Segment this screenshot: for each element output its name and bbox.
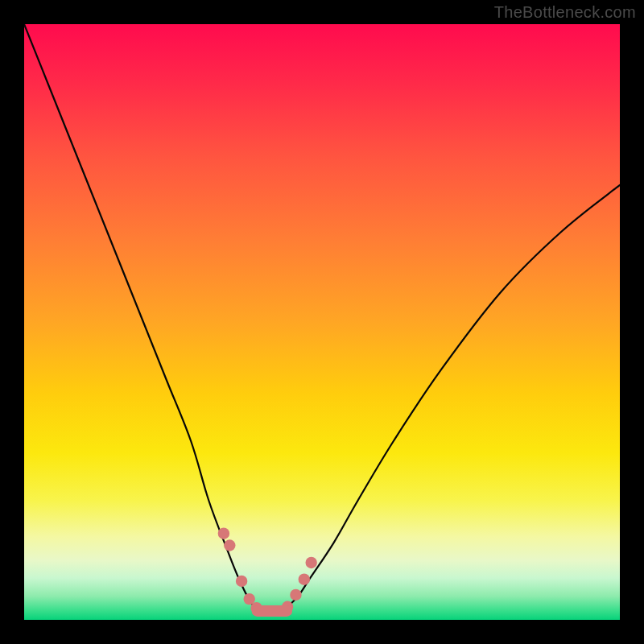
bead	[305, 557, 316, 568]
bead	[299, 573, 310, 584]
bead	[236, 576, 247, 587]
bead-bottom-bar	[252, 605, 292, 617]
watermark-text: TheBottleneck.com	[494, 3, 636, 22]
left-curve	[24, 24, 257, 608]
right-curve	[287, 185, 620, 608]
chart-frame: TheBottleneck.com	[0, 0, 644, 644]
plot-area	[24, 24, 620, 620]
curve-group	[24, 24, 620, 608]
bead	[224, 539, 235, 551]
bead	[290, 589, 301, 601]
bead	[218, 528, 229, 539]
beads-group	[218, 528, 317, 617]
curves-svg	[24, 24, 620, 620]
